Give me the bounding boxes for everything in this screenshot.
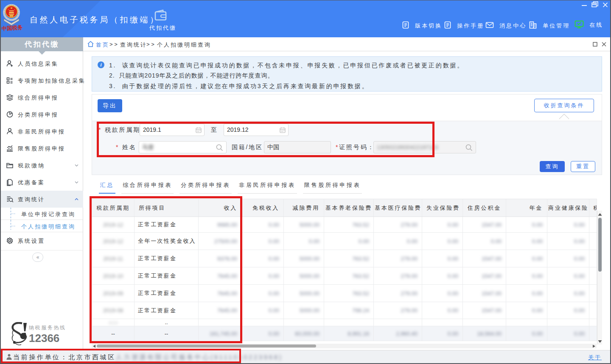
svg-text:中国税务: 中国税务 [2,25,23,32]
